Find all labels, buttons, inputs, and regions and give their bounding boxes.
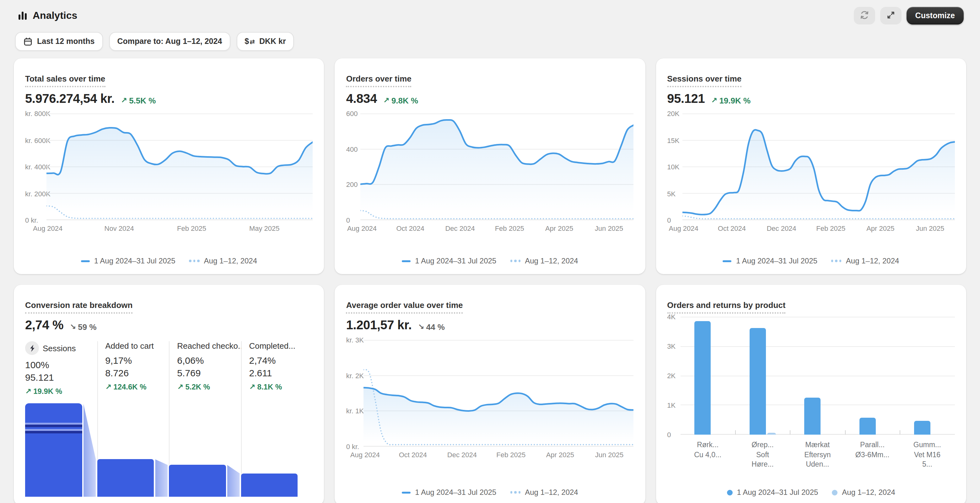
current-period-swatch bbox=[723, 260, 732, 262]
funnel-step-count: 5.769 bbox=[177, 368, 241, 378]
funnel-step-label: Added to cart bbox=[105, 341, 154, 351]
funnel-step-label: Sessions bbox=[43, 343, 76, 353]
legend-previous: Aug 1–12, 2024 bbox=[510, 488, 578, 497]
legend-previous: Aug 1–12, 2024 bbox=[831, 257, 899, 265]
funnel-step-count: 2.611 bbox=[249, 368, 313, 378]
previous-period-swatch bbox=[189, 260, 200, 262]
metric-row: 95.121 ↗19.9K % bbox=[667, 92, 955, 106]
currency-label: DKK kr bbox=[259, 37, 286, 46]
compare-filter[interactable]: Compare to: Aug 1–12, 2024 bbox=[109, 32, 230, 51]
previous-period-swatch bbox=[510, 491, 520, 493]
metric-value: 95.121 bbox=[667, 92, 705, 106]
calendar-icon bbox=[23, 37, 33, 46]
filter-bar: Last 12 months Compare to: Aug 1–12, 202… bbox=[0, 28, 980, 58]
page-title: Analytics bbox=[33, 10, 77, 21]
chart-legend: 1 Aug 2024–31 Jul 2025 Aug 1–12, 2024 bbox=[25, 252, 313, 265]
expand-button[interactable] bbox=[880, 7, 902, 24]
funnel-bars bbox=[25, 403, 313, 497]
current-period-swatch bbox=[727, 490, 732, 495]
delta-value: 9.8K % bbox=[391, 96, 418, 105]
previous-period-swatch bbox=[832, 490, 837, 495]
aov-chart: kr. 3Kkr. 2Kkr. 1K0 kr.Aug 2024Oct 2024D… bbox=[346, 340, 634, 462]
analytics-icon bbox=[18, 11, 28, 21]
funnel-step-delta: ↗8.1K % bbox=[249, 382, 313, 391]
sessions-chart: 20K15K10K5K0Aug 2024Oct 2024Dec 2024Feb … bbox=[667, 114, 955, 235]
metric-row: 2,74 % ↘59 % bbox=[25, 318, 313, 332]
orders-chart: 6004002000Aug 2024Oct 2024Dec 2024Feb 20… bbox=[346, 114, 634, 235]
chart-legend: 1 Aug 2024–31 Jul 2025 Aug 1–12, 2024 bbox=[667, 252, 955, 265]
metric-row: 4.834 ↗9.8K % bbox=[346, 92, 634, 106]
funnel-step-added-to-cart: Added to cart 9,17% 8.726 ↗124.6K % bbox=[97, 341, 169, 396]
trend-down-icon: ↘ bbox=[70, 322, 76, 331]
expand-icon bbox=[886, 10, 896, 22]
delta-value: 5.5K % bbox=[129, 96, 156, 105]
refresh-icon bbox=[859, 10, 870, 22]
delta-value: 19.9K % bbox=[719, 96, 751, 105]
currency-filter[interactable]: $⇄ DKK kr bbox=[236, 32, 294, 51]
metric-row: 1.201,57 kr. ↘44 % bbox=[346, 318, 634, 332]
trend-up-icon: ↗ bbox=[25, 387, 32, 396]
funnel-step-pct: 100% bbox=[25, 359, 97, 370]
funnel-step-count: 8.726 bbox=[105, 368, 169, 378]
date-range-filter[interactable]: Last 12 months bbox=[15, 32, 103, 51]
card-title[interactable]: Average order value over time bbox=[346, 300, 463, 314]
compare-label: Compare to: Aug 1–12, 2024 bbox=[117, 37, 222, 46]
funnel-step-delta: ↗124.6K % bbox=[105, 382, 169, 391]
funnel-step-sessions: Sessions 100% 95.121 ↗19.9K % bbox=[25, 341, 97, 396]
card-title[interactable]: Total sales over time bbox=[25, 74, 105, 87]
chart-legend: 1 Aug 2024–31 Jul 2025 Aug 1–12, 2024 bbox=[346, 252, 634, 265]
legend-previous: Aug 1–12, 2024 bbox=[510, 257, 578, 265]
delta-value: 59 % bbox=[78, 322, 96, 332]
lightning-icon bbox=[25, 341, 39, 355]
delta-badge: ↗9.8K % bbox=[383, 96, 418, 105]
customize-button[interactable]: Customize bbox=[907, 7, 964, 24]
legend-current: 1 Aug 2024–31 Jul 2025 bbox=[727, 488, 818, 497]
metric-value: 2,74 % bbox=[25, 318, 64, 332]
funnel-step-delta: ↗5.2K % bbox=[177, 382, 241, 391]
card-orders: Orders over time 4.834 ↗9.8K % 600400200… bbox=[335, 58, 645, 274]
legend-current: 1 Aug 2024–31 Jul 2025 bbox=[402, 257, 496, 265]
delta-badge: ↘44 % bbox=[418, 322, 444, 332]
card-average-order-value: Average order value over time 1.201,57 k… bbox=[335, 285, 645, 503]
funnel-step-completed: Completed... 2,74% 2.611 ↗8.1K % bbox=[241, 341, 313, 396]
metric-value: 1.201,57 kr. bbox=[346, 318, 412, 332]
card-conversion: Conversion rate breakdown 2,74 % ↘59 % S… bbox=[14, 285, 324, 503]
trend-up-icon: ↗ bbox=[249, 382, 255, 391]
products-bar-chart: 4K3K2K1K0Rørk...Cu 4,0...Ørep...SoftHøre… bbox=[667, 317, 955, 475]
card-title[interactable]: Conversion rate breakdown bbox=[25, 300, 132, 314]
card-products: Orders and returns by product 4K3K2K1K0R… bbox=[656, 285, 966, 503]
legend-previous: Aug 1–12, 2024 bbox=[189, 257, 258, 265]
card-sessions: Sessions over time 95.121 ↗19.9K % 20K15… bbox=[656, 58, 966, 274]
card-title[interactable]: Orders and returns by product bbox=[667, 300, 785, 314]
card-title[interactable]: Sessions over time bbox=[667, 74, 741, 87]
delta-badge: ↗19.9K % bbox=[711, 96, 751, 105]
card-total-sales: Total sales over time 5.976.274,54 kr. ↗… bbox=[14, 58, 324, 274]
card-title[interactable]: Orders over time bbox=[346, 74, 412, 87]
previous-period-swatch bbox=[510, 260, 520, 262]
date-range-label: Last 12 months bbox=[37, 37, 94, 46]
trend-up-icon: ↗ bbox=[711, 96, 717, 105]
trend-up-icon: ↗ bbox=[177, 382, 183, 391]
top-bar: Analytics Customize bbox=[0, 0, 980, 28]
legend-current: 1 Aug 2024–31 Jul 2025 bbox=[81, 257, 175, 265]
refresh-button[interactable] bbox=[854, 7, 875, 24]
funnel-step-pct: 9,17% bbox=[105, 355, 169, 366]
analytics-page: Analytics Customize bbox=[0, 0, 980, 503]
cards-grid: Total sales over time 5.976.274,54 kr. ↗… bbox=[14, 58, 966, 503]
trend-up-icon: ↗ bbox=[121, 96, 127, 105]
legend-current: 1 Aug 2024–31 Jul 2025 bbox=[402, 488, 496, 497]
metric-row: 5.976.274,54 kr. ↗5.5K % bbox=[25, 92, 313, 106]
legend-previous: Aug 1–12, 2024 bbox=[832, 488, 895, 497]
metric-value: 4.834 bbox=[346, 92, 377, 106]
conversion-funnel: Sessions 100% 95.121 ↗19.9K % Added to c… bbox=[25, 341, 313, 497]
funnel-step-pct: 2,74% bbox=[249, 355, 313, 366]
metric-value: 5.976.274,54 kr. bbox=[25, 92, 115, 106]
currency-exchange-icon: $⇄ bbox=[245, 37, 255, 46]
funnel-step-pct: 6,06% bbox=[177, 355, 241, 366]
chart-legend: 1 Aug 2024–31 Jul 2025 Aug 1–12, 2024 bbox=[346, 483, 634, 497]
funnel-step-label: Completed... bbox=[249, 341, 295, 351]
trend-up-icon: ↗ bbox=[383, 96, 390, 105]
trend-up-icon: ↗ bbox=[105, 382, 111, 391]
chart-legend: 1 Aug 2024–31 Jul 2025 Aug 1–12, 2024 bbox=[667, 483, 955, 497]
trend-down-icon: ↘ bbox=[418, 322, 424, 331]
